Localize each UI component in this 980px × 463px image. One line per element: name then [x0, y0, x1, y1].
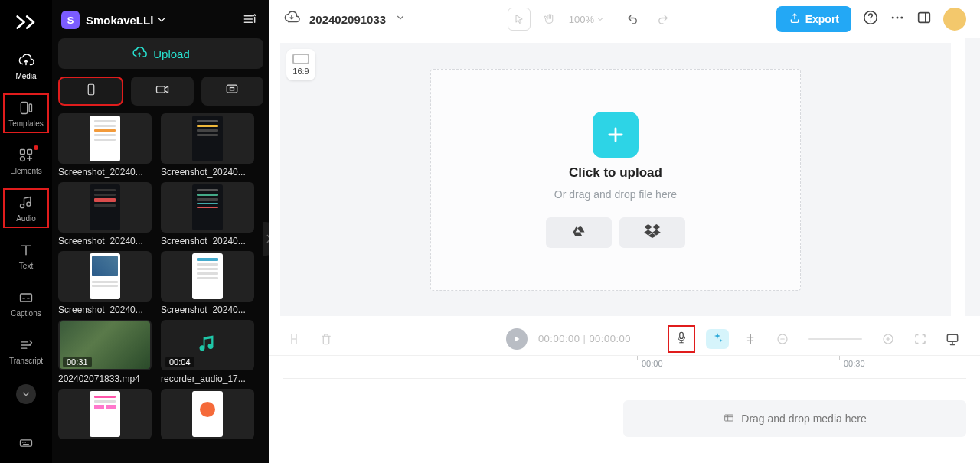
track-placeholder-text: Drag and drop media here — [741, 412, 866, 425]
more-menu-button[interactable] — [890, 10, 905, 28]
duration-badge: 00:31 — [63, 357, 92, 367]
present-button[interactable] — [942, 328, 963, 350]
ratio-text: 16:9 — [292, 67, 309, 76]
media-item[interactable]: Screenshot_20240... — [161, 182, 254, 246]
help-button[interactable] — [862, 9, 879, 29]
undo-button[interactable] — [621, 8, 644, 31]
upload-plus-button[interactable] — [593, 112, 639, 158]
svg-rect-21 — [725, 415, 733, 421]
ruler-mark: 00:30 — [844, 359, 865, 368]
svg-point-15 — [900, 17, 903, 19]
zoom-out-button[interactable] — [772, 328, 793, 350]
media-item[interactable]: 00:31 202402071833.mp4 — [58, 320, 152, 384]
google-drive-button[interactable] — [546, 217, 612, 248]
cloud-sync-icon[interactable] — [283, 9, 300, 29]
split-button[interactable] — [283, 328, 305, 350]
fit-button[interactable] — [910, 328, 931, 350]
media-item-label: Screenshot_20240... — [58, 305, 152, 315]
zoom-in-button[interactable] — [877, 328, 899, 350]
rail-keyboard-button[interactable] — [16, 433, 36, 453]
dropbox-button[interactable] — [619, 217, 685, 248]
media-item-label: recorder_audio_17... — [161, 373, 254, 384]
svg-rect-5 — [21, 294, 32, 302]
media-item-label: Screenshot_20240... — [58, 167, 152, 178]
upload-dropzone[interactable]: Click to upload Or drag and drop file he… — [430, 69, 801, 291]
zoom-slider[interactable] — [808, 338, 862, 340]
rail-label: Media — [15, 72, 36, 80]
delete-button[interactable] — [315, 328, 337, 350]
media-item[interactable]: Screenshot_20240... — [161, 251, 254, 315]
svg-point-13 — [892, 17, 894, 19]
media-item[interactable]: Screenshot_20240... — [58, 251, 152, 315]
upload-button[interactable]: Upload — [58, 38, 263, 69]
aspect-ratio-button[interactable]: 16:9 — [286, 49, 315, 80]
layout-toggle-button[interactable] — [916, 9, 933, 29]
document-title[interactable]: 202402091033 — [309, 13, 386, 26]
google-drive-icon — [571, 224, 586, 241]
canvas[interactable]: 16:9 Click to upload Or drag and drop fi… — [280, 43, 951, 316]
export-icon — [789, 12, 801, 27]
play-button[interactable] — [506, 328, 528, 350]
export-label: Export — [805, 13, 839, 25]
svg-point-14 — [897, 17, 899, 19]
record-voiceover-button[interactable] — [668, 325, 695, 353]
duration-badge: 00:04 — [165, 357, 194, 367]
svg-point-8 — [90, 93, 92, 94]
svg-rect-0 — [21, 102, 27, 113]
media-panel: S SmokaveLLl Upload Screenshot_20240... — [52, 0, 270, 463]
media-item-label: Screenshot_20240... — [161, 236, 254, 246]
device-tab-screen[interactable] — [201, 77, 263, 106]
project-name-text: SmokaveLLl — [86, 14, 153, 27]
media-item[interactable] — [58, 389, 152, 439]
media-item[interactable]: Screenshot_20240... — [58, 113, 152, 178]
microphone-icon — [675, 331, 688, 347]
rail-transcript[interactable]: Transcript — [3, 331, 49, 370]
app-logo[interactable] — [10, 6, 42, 38]
right-gutter — [965, 38, 980, 316]
elements-icon — [18, 147, 34, 164]
device-tab-phone[interactable] — [58, 77, 123, 106]
media-item-label: Screenshot_20240... — [161, 305, 254, 315]
track-drop-placeholder[interactable]: Drag and drop media here — [623, 400, 966, 437]
project-name-dropdown[interactable]: SmokaveLLl — [86, 14, 167, 27]
media-item[interactable]: Screenshot_20240... — [58, 182, 152, 246]
svg-rect-2 — [21, 149, 25, 154]
hand-tool-button[interactable] — [538, 8, 561, 31]
export-button[interactable]: Export — [776, 6, 851, 32]
media-item[interactable]: Screenshot_20240... — [161, 113, 254, 178]
ratio-rect-icon — [292, 54, 309, 64]
media-item[interactable]: 00:04 recorder_audio_17... — [161, 320, 254, 384]
rail-elements[interactable]: Elements — [3, 141, 49, 181]
media-item-label: Screenshot_20240... — [58, 236, 152, 246]
auto-captions-button[interactable] — [706, 329, 729, 349]
media-grid: Screenshot_20240... Screenshot_20240... … — [58, 113, 263, 463]
media-item[interactable] — [161, 389, 254, 439]
rail-text[interactable]: Text — [3, 236, 49, 276]
rail-media[interactable]: Media — [3, 46, 49, 86]
main-area: 202402091033 100% Export 16 — [270, 0, 980, 463]
top-bar: 202402091033 100% Export — [270, 0, 980, 38]
rail-more-button[interactable] — [16, 384, 36, 404]
cursor-tool-button[interactable] — [508, 8, 531, 31]
user-avatar[interactable] — [943, 8, 966, 31]
rail-captions[interactable]: Captions — [3, 283, 49, 323]
panel-settings-button[interactable] — [242, 11, 257, 29]
phone-icon — [84, 83, 98, 99]
title-dropdown-icon[interactable] — [395, 12, 406, 26]
timeline-tracks[interactable]: Drag and drop media here — [270, 379, 980, 463]
dropbox-icon — [644, 224, 661, 241]
redo-button[interactable] — [652, 8, 675, 31]
svg-rect-17 — [680, 332, 684, 338]
svg-rect-11 — [230, 88, 234, 90]
device-tab-camera[interactable] — [131, 77, 193, 106]
project-badge: S — [61, 11, 80, 29]
zoom-dropdown[interactable]: 100% — [569, 14, 605, 25]
device-tabs — [58, 77, 263, 106]
rail-templates[interactable]: Templates — [3, 93, 49, 133]
split-marker-button[interactable] — [740, 328, 761, 350]
rail-audio[interactable]: Audio — [3, 188, 49, 228]
media-item-label: Screenshot_20240... — [161, 167, 254, 178]
timeline-ruler[interactable]: 00:00 00:30 01:00 01:3 — [283, 356, 966, 379]
rail-label: Transcript — [9, 357, 43, 365]
camera-icon — [155, 82, 170, 100]
